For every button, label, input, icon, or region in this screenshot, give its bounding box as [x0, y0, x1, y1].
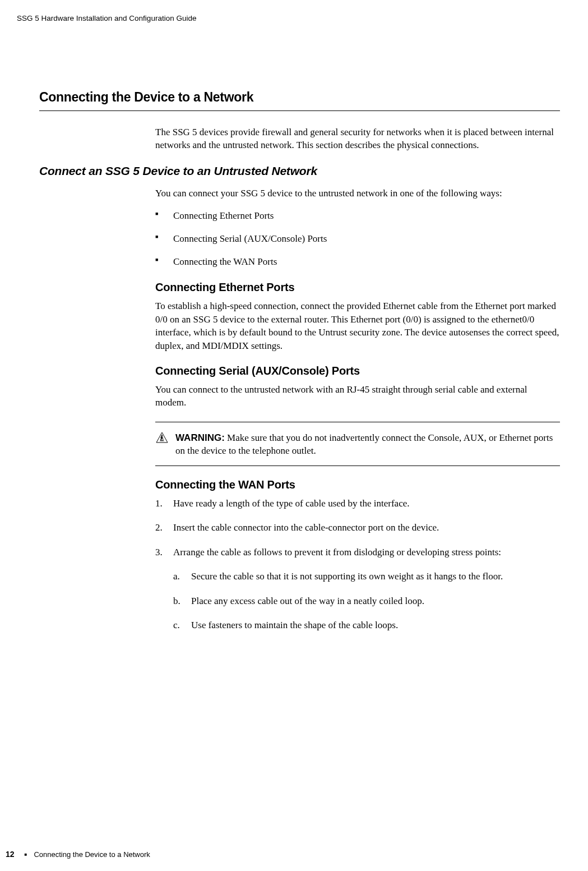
footer-bullet-icon: ■ — [25, 852, 27, 857]
list-item: Insert the cable connector into the cabl… — [155, 521, 560, 534]
section-heading: Connecting the Device to a Network — [39, 90, 560, 105]
serial-body: You can connect to the untrusted network… — [155, 383, 560, 409]
wan-substeps: Secure the cable so that it is not suppo… — [173, 570, 560, 632]
subsection-intro: You can connect your SSG 5 device to the… — [155, 187, 560, 200]
page-content: Connecting the Device to a Network The S… — [39, 90, 560, 643]
list-item: Connecting the WAN Ports — [155, 256, 560, 269]
list-item: Connecting Serial (AUX/Console) Ports — [155, 233, 560, 246]
list-item: Connecting Ethernet Ports — [155, 210, 560, 223]
list-item: Have ready a length of the type of cable… — [155, 497, 560, 510]
list-item: Secure the cable so that it is not suppo… — [173, 570, 560, 583]
ethernet-body: To establish a high-speed connection, co… — [155, 299, 560, 352]
warning-body: Make sure that you do not inadvertently … — [175, 432, 553, 456]
running-header: SSG 5 Hardware Installation and Configur… — [17, 14, 196, 22]
wan-heading: Connecting the WAN Ports — [155, 478, 560, 491]
divider — [155, 466, 560, 466]
page-number: 12 — [6, 850, 15, 859]
serial-heading: Connecting Serial (AUX/Console) Ports — [155, 365, 560, 377]
intro-paragraph: The SSG 5 devices provide firewall and g… — [155, 126, 560, 152]
warning-block: WARNING: Make sure that you do not inadv… — [155, 422, 560, 466]
warning-text: WARNING: Make sure that you do not inadv… — [175, 431, 560, 458]
list-item: Place any excess cable out of the way in… — [173, 595, 560, 607]
step-text: Arrange the cable as follows to prevent … — [173, 547, 501, 557]
page-footer: 12 ■ Connecting the Device to a Network — [6, 850, 150, 859]
subsection-heading: Connect an SSG 5 Device to an Untrusted … — [39, 164, 560, 178]
warning-icon — [155, 431, 175, 447]
warning-label: WARNING: — [175, 432, 225, 443]
ethernet-heading: Connecting Ethernet Ports — [155, 281, 560, 294]
heading-rule — [39, 110, 560, 111]
connection-methods-list: Connecting Ethernet Ports Connecting Ser… — [155, 210, 560, 269]
wan-steps: Have ready a length of the type of cable… — [155, 497, 560, 632]
list-item: Arrange the cable as follows to prevent … — [155, 546, 560, 632]
list-item: Use fasteners to maintain the shape of t… — [173, 619, 560, 632]
footer-section-ref: Connecting the Device to a Network — [34, 850, 150, 859]
